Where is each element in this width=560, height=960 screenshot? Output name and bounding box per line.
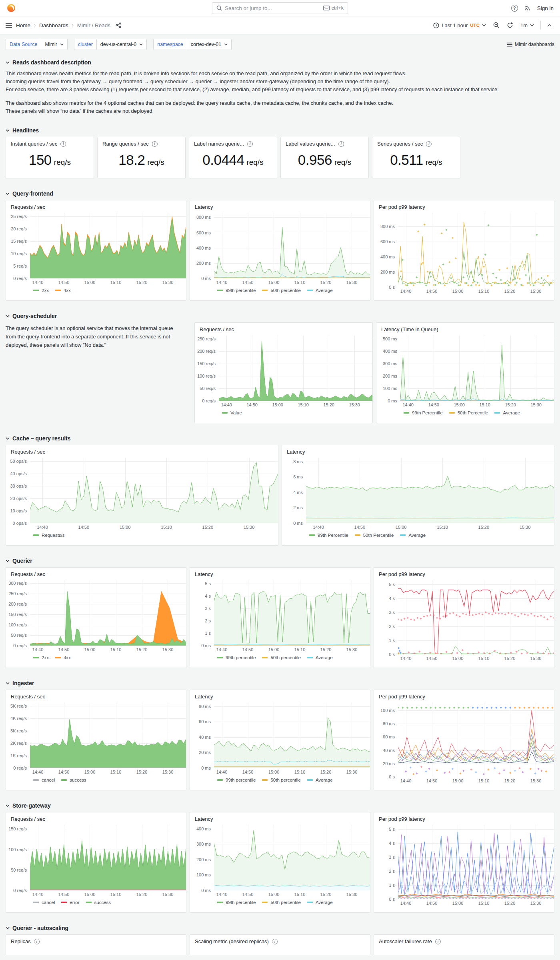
panel-title[interactable]: Latency — [282, 445, 554, 456]
info-icon[interactable] — [34, 939, 40, 944]
legend-item[interactable]: cancel — [33, 778, 55, 782]
section-querier[interactable]: Querier — [6, 558, 554, 564]
legend-item[interactable]: Value — [222, 410, 242, 415]
refresh-button[interactable] — [504, 20, 516, 30]
timeseries-chart[interactable]: 0 ms1 s2 s3 s4 s5 s14:4014:5015:0015:101… — [190, 580, 370, 660]
legend-item[interactable]: error — [61, 900, 79, 905]
section-query-scheduler[interactable]: Query-scheduler — [6, 313, 554, 319]
panel-title[interactable]: Latency (Time in Queue) — [376, 323, 554, 334]
legend-item[interactable]: 50th Percentile — [449, 410, 488, 415]
section-query-frontend[interactable]: Query-frontend — [6, 190, 554, 197]
section-store-gateway[interactable]: Store-gateway — [6, 802, 554, 809]
panel-title[interactable]: Requests / sec — [6, 812, 186, 823]
legend-item[interactable]: 2xx — [33, 288, 49, 293]
timeseries-chart[interactable]: 0 ms100 ms200 ms300 ms400 ms14:4014:5015… — [190, 825, 370, 905]
legend-item[interactable]: Average — [400, 533, 426, 538]
legend-item[interactable]: 99th percentile — [217, 655, 256, 660]
section-headlines[interactable]: Headlines — [6, 127, 554, 134]
panel-title[interactable]: Label values querie... — [286, 141, 335, 147]
legend-item[interactable]: 50th percentile — [262, 288, 300, 293]
collapse-toolbar-button[interactable] — [544, 22, 554, 29]
zoom-out-button[interactable] — [490, 20, 502, 30]
info-icon[interactable] — [338, 141, 344, 147]
timeseries-chart[interactable]: 0 s20 ms40 ms60 ms80 ms100 ms14:4014:501… — [374, 702, 554, 786]
panel-title[interactable]: Latency — [190, 200, 370, 211]
panel-title[interactable]: Requests / sec — [195, 323, 372, 334]
legend-item[interactable]: 99th percentile — [217, 778, 256, 782]
legend-item[interactable]: 99th percentile — [217, 288, 256, 293]
breadcrumb-home[interactable]: Home — [16, 22, 30, 28]
timeseries-chart[interactable]: 0 s1 s2 s3 s4 s5 s14:4014:5015:0015:1015… — [374, 580, 554, 663]
timeseries-chart[interactable]: 0 ops/s10 ops/s20 ops/s30 ops/s40 ops/s5… — [6, 458, 278, 538]
grafana-logo[interactable] — [6, 3, 16, 13]
panel-title[interactable]: Range queries / sec — [102, 141, 149, 147]
panel-title[interactable]: Requests / sec — [6, 568, 186, 578]
panel-title[interactable]: Latency — [190, 568, 370, 578]
legend-item[interactable]: 4xx — [55, 288, 71, 293]
legend-item[interactable]: Average — [494, 410, 520, 415]
timeseries-chart[interactable]: 0 ms2 ms4 ms6 ms8 ms14:4014:5015:0015:10… — [282, 458, 554, 538]
legend-item[interactable]: Average — [307, 655, 333, 660]
timeseries-chart[interactable]: 0 s1 s2 s3 s4 s5 s14:4014:5015:0015:1015… — [374, 825, 554, 908]
variable-select-cluster[interactable]: dev-us-central-0 — [97, 39, 147, 50]
help-icon[interactable] — [511, 5, 518, 12]
legend-item[interactable]: 99th Percentile — [309, 533, 348, 538]
panel-title[interactable]: Latency — [190, 690, 370, 701]
timeseries-chart[interactable]: 0 req/s50 req/s100 req/s150 req/s200 req… — [6, 580, 186, 660]
timeseries-chart[interactable]: 0 ms20 ms40 ms60 ms80 ms14:4014:5015:001… — [190, 702, 370, 782]
panel-title[interactable]: Requests / sec — [6, 200, 186, 211]
legend-item[interactable]: Average — [307, 778, 333, 782]
panel-title[interactable]: Latency — [190, 812, 370, 823]
timeseries-chart[interactable]: 0 req/s50 req/s100 req/s150 req/s200 req… — [195, 335, 372, 415]
panel-title[interactable]: Instant queries / sec — [11, 141, 57, 147]
section-cache-query-results[interactable]: Cache – query results — [6, 435, 554, 442]
refresh-interval-picker[interactable]: 1m — [518, 20, 537, 30]
search-input[interactable]: Search or jump to... ctrl+k — [212, 2, 348, 14]
panel-title[interactable]: Requests / sec — [6, 690, 186, 701]
info-icon[interactable] — [152, 141, 158, 147]
timeseries-chart[interactable]: 0 req/s50 req/s100 req/s150 req/s14:4014… — [6, 825, 186, 905]
menu-toggle[interactable] — [6, 22, 12, 28]
share-button[interactable] — [116, 22, 121, 28]
mimir-dashboards-button[interactable]: Mimir dashboards — [507, 42, 554, 47]
legend-item[interactable]: 99th percentile — [217, 900, 256, 905]
timeseries-chart[interactable]: 0 req/s1K req/s2K req/s3K req/s4K req/s5… — [6, 702, 186, 782]
breadcrumb-dashboards[interactable]: Dashboards — [39, 22, 68, 28]
legend-item[interactable]: 50th Percentile — [355, 533, 394, 538]
info-icon[interactable] — [247, 141, 253, 147]
info-icon[interactable] — [435, 939, 441, 944]
variable-select-namespace[interactable]: cortex-dev-01 — [187, 39, 232, 50]
time-range-picker[interactable]: Last 1 hour UTC — [430, 20, 489, 30]
sign-in-button[interactable]: Sign in — [537, 5, 554, 11]
timeseries-chart[interactable]: 0 ms100 ms200 ms300 ms400 ms500 ms14:401… — [376, 335, 554, 415]
legend-item[interactable]: Average — [307, 288, 333, 293]
legend-item[interactable]: 99th Percentile — [404, 410, 443, 415]
info-icon[interactable] — [426, 141, 432, 147]
legend-item[interactable]: success — [86, 900, 111, 905]
panel-title[interactable]: Replicas — [11, 938, 31, 944]
variable-select-datasource[interactable]: Mimir — [41, 39, 68, 50]
panel-title[interactable]: Scaling metric (desired replicas) — [195, 938, 269, 944]
panel-title[interactable]: Label names querie... — [194, 141, 244, 147]
legend-item[interactable]: 50th percentile — [262, 900, 300, 905]
section-querier-autoscaling[interactable]: Querier - autoscaling — [6, 925, 554, 931]
panel-title[interactable]: Per pod p99 latency — [374, 812, 554, 823]
panel-title[interactable]: Autoscaler failures rate — [379, 938, 432, 944]
legend-item[interactable]: Average — [307, 900, 333, 905]
legend-item[interactable]: Requests/s — [33, 533, 65, 538]
panel-title[interactable]: Per pod p99 latency — [374, 690, 554, 701]
panel-title[interactable]: Per pod p99 latency — [374, 200, 554, 211]
legend-item[interactable]: 50th percentile — [262, 655, 300, 660]
timeseries-chart[interactable]: 0 ms200 ms400 ms600 ms800 ms14:4014:5015… — [190, 213, 370, 293]
info-icon[interactable] — [272, 939, 278, 944]
timeseries-chart[interactable]: 0 s200 ms400 ms600 ms800 ms14:4014:5015:… — [374, 213, 554, 296]
section-ingester[interactable]: Ingester — [6, 680, 554, 686]
panel-title[interactable]: Per pod p99 latency — [374, 568, 554, 578]
legend-item[interactable]: 50th percentile — [262, 778, 300, 782]
timeseries-chart[interactable]: 0 req/s5 req/s10 req/s15 req/s20 req/s25… — [6, 213, 186, 293]
panel-title[interactable]: Requests / sec — [6, 445, 278, 456]
section-description[interactable]: Reads dashboard description — [6, 59, 554, 66]
info-icon[interactable] — [60, 141, 66, 147]
legend-item[interactable]: cancel — [33, 900, 55, 905]
news-icon[interactable] — [524, 5, 531, 11]
